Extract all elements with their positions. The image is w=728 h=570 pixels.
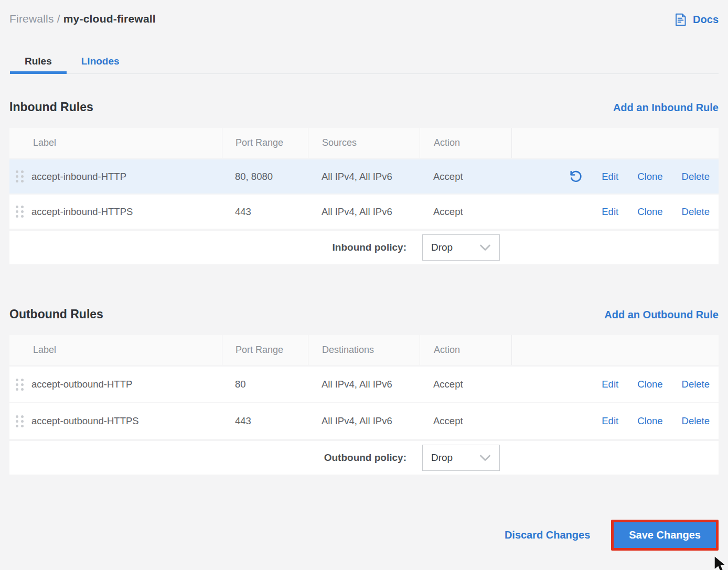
- column-header-actions: [511, 128, 719, 158]
- docs-link[interactable]: Docs: [673, 13, 719, 27]
- inbound-section-header: Inbound Rules Add an Inbound Rule: [9, 100, 719, 114]
- outbound-table-header: Label Port Range Destinations Action: [9, 335, 719, 365]
- rule-actions-cell: Edit Clone Delete: [511, 170, 719, 184]
- rule-label: accept-inbound-HTTP: [31, 171, 126, 182]
- form-actions: Discard Changes Save Changes: [9, 520, 719, 551]
- save-changes-highlight-box: Save Changes: [611, 520, 719, 551]
- inbound-rules-title: Inbound Rules: [9, 100, 93, 114]
- delete-button[interactable]: Delete: [682, 206, 710, 218]
- add-inbound-rule-button[interactable]: Add an Inbound Rule: [613, 102, 719, 114]
- rule-destinations: All IPv4, All IPv6: [308, 379, 420, 390]
- clone-button[interactable]: Clone: [637, 171, 662, 182]
- inbound-table-header: Label Port Range Sources Action: [9, 128, 719, 158]
- column-header-action: Action: [420, 128, 511, 158]
- outbound-policy-value: Drop: [431, 452, 453, 464]
- chevron-down-icon: [479, 244, 491, 251]
- delete-button[interactable]: Delete: [682, 379, 710, 390]
- outbound-section-header: Outbound Rules Add an Outbound Rule: [9, 307, 719, 321]
- table-row-accept-outbound-http: accept-outbound-HTTP 80 All IPv4, All IP…: [9, 367, 719, 402]
- rule-label-cell: accept-outbound-HTTP: [9, 379, 222, 391]
- rule-port-range: 80: [222, 379, 308, 390]
- edit-button[interactable]: Edit: [602, 415, 618, 427]
- delete-button[interactable]: Delete: [682, 171, 710, 182]
- drag-handle-icon[interactable]: [16, 415, 24, 427]
- discard-changes-button[interactable]: Discard Changes: [505, 529, 590, 541]
- inbound-policy-value: Drop: [431, 242, 453, 253]
- clone-button[interactable]: Clone: [637, 415, 662, 427]
- rule-label-cell: accept-inbound-HTTP: [9, 170, 222, 182]
- docs-icon: [673, 13, 688, 27]
- rule-label-cell: accept-outbound-HTTPS: [9, 415, 222, 427]
- drag-handle-icon[interactable]: [16, 379, 24, 391]
- rule-action: Accept: [420, 206, 511, 218]
- rule-action: Accept: [420, 171, 511, 182]
- inbound-policy-select[interactable]: Drop: [422, 234, 500, 261]
- rule-port-range: 443: [222, 415, 308, 427]
- column-header-label: Label: [9, 128, 222, 158]
- outbound-policy-row: Outbound policy: Drop: [9, 441, 719, 475]
- rule-label: accept-outbound-HTTPS: [31, 415, 139, 427]
- inbound-policy-label: Inbound policy:: [333, 242, 406, 253]
- drag-handle-icon[interactable]: [16, 170, 24, 182]
- table-row-accept-inbound-https: accept-inbound-HTTPS 443 All IPv4, All I…: [9, 195, 719, 229]
- rule-destinations: All IPv4, All IPv6: [308, 415, 420, 427]
- rule-action: Accept: [420, 379, 511, 390]
- drag-handle-icon[interactable]: [16, 206, 24, 218]
- column-header-actions: [511, 335, 719, 365]
- outbound-policy-label: Outbound policy:: [324, 452, 406, 464]
- rule-port-range: 80, 8080: [222, 171, 308, 182]
- column-header-sources: Sources: [308, 128, 420, 158]
- rule-sources: All IPv4, All IPv6: [308, 206, 420, 218]
- rule-action: Accept: [420, 415, 511, 427]
- page-title: my-cloud-firewall: [63, 13, 156, 25]
- firewall-detail-page: Firewalls / my-cloud-firewall Docs Rules…: [0, 0, 728, 551]
- rule-label: accept-inbound-HTTPS: [31, 206, 133, 218]
- breadcrumb-firewalls-link[interactable]: Firewalls /: [9, 13, 63, 25]
- column-header-port: Port Range: [222, 335, 308, 365]
- outbound-policy-select[interactable]: Drop: [422, 445, 500, 471]
- tab-linodes[interactable]: Linodes: [67, 49, 134, 73]
- save-changes-button[interactable]: Save Changes: [614, 522, 716, 548]
- page-header: Firewalls / my-cloud-firewall Docs: [9, 0, 719, 27]
- column-header-action: Action: [420, 335, 511, 365]
- column-header-port: Port Range: [222, 128, 308, 158]
- outbound-rules-table: Label Port Range Destinations Action acc…: [9, 335, 719, 475]
- clone-button[interactable]: Clone: [637, 206, 662, 218]
- tab-bar: Rules Linodes: [9, 49, 719, 74]
- tab-rules[interactable]: Rules: [10, 49, 67, 73]
- table-row-accept-outbound-https: accept-outbound-HTTPS 443 All IPv4, All …: [9, 403, 719, 439]
- column-header-destinations: Destinations: [308, 335, 420, 365]
- breadcrumb: Firewalls / my-cloud-firewall: [9, 13, 156, 25]
- inbound-rules-table: Label Port Range Sources Action accept-i…: [9, 128, 719, 264]
- add-outbound-rule-button[interactable]: Add an Outbound Rule: [604, 309, 719, 321]
- rule-actions-cell: Edit Clone Delete: [511, 415, 719, 427]
- clone-button[interactable]: Clone: [637, 379, 662, 390]
- rule-actions-cell: Edit Clone Delete: [511, 206, 719, 218]
- chevron-down-icon: [479, 455, 491, 461]
- inbound-policy-row: Inbound policy: Drop: [9, 231, 719, 264]
- table-row-accept-inbound-http: accept-inbound-HTTP 80, 8080 All IPv4, A…: [9, 159, 719, 193]
- edit-button[interactable]: Edit: [602, 171, 618, 182]
- rule-sources: All IPv4, All IPv6: [308, 171, 420, 182]
- column-header-label: Label: [9, 335, 222, 365]
- edit-button[interactable]: Edit: [602, 379, 618, 390]
- docs-label: Docs: [693, 14, 719, 26]
- rule-actions-cell: Edit Clone Delete: [511, 379, 719, 390]
- rule-label-cell: accept-inbound-HTTPS: [9, 206, 222, 218]
- undo-button[interactable]: [569, 170, 583, 184]
- outbound-rules-title: Outbound Rules: [9, 307, 103, 321]
- mouse-cursor: [713, 556, 728, 570]
- delete-button[interactable]: Delete: [682, 415, 710, 427]
- edit-button[interactable]: Edit: [602, 206, 618, 218]
- rule-label: accept-outbound-HTTP: [31, 379, 132, 390]
- rule-port-range: 443: [222, 206, 308, 218]
